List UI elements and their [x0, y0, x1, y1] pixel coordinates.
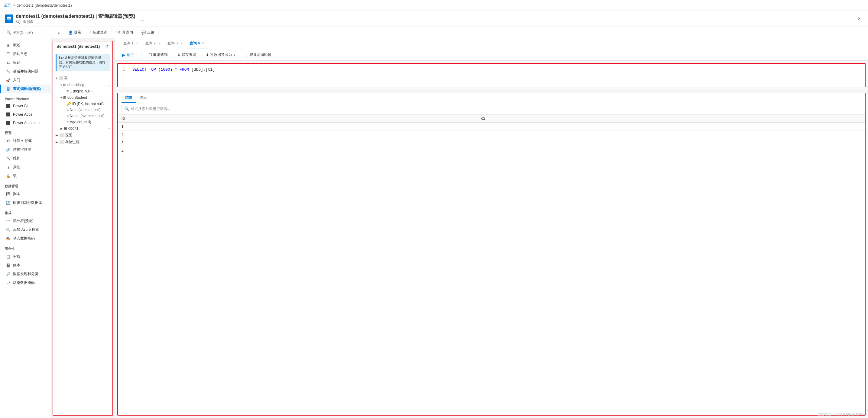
cell-id: 3: [118, 139, 477, 147]
sidebar-item-query-editor[interactable]: 🗄 查询编辑器(预览): [0, 85, 51, 93]
export-button[interactable]: ⬇ 将数据导出为 ∨: [204, 51, 238, 59]
tree-table-student[interactable]: ▾ ⊞ dbo.Student ···: [53, 94, 113, 101]
rocket-icon: 🚀: [6, 78, 10, 83]
sidebar-item-account[interactable]: 📓 账本: [0, 261, 51, 270]
sidebar-label-tags: 标记: [13, 60, 20, 65]
sidebar-item-compute[interactable]: ⚙ 计算 + 存储: [0, 136, 51, 145]
result-tab-results[interactable]: 结果: [122, 93, 136, 103]
query-tab-3[interactable]: 查询 3 ∨: [164, 38, 186, 49]
collapse-button[interactable]: «: [56, 29, 62, 36]
result-tab-messages[interactable]: 消息: [136, 93, 151, 103]
result-search-input[interactable]: [131, 107, 859, 111]
sidebar-item-power-automate[interactable]: ⬛ Power Automate: [0, 119, 51, 127]
breadcrumb: 主页 > demotest1 (demotesta/demotest1): [0, 0, 868, 11]
col-age-label: Age (int, null): [70, 120, 91, 124]
section-power-platform: Power Platform: [0, 93, 51, 102]
object-explorer-tree: ▾ ⬜ 表 ▾ ⊞ dbo.ctfbug ··· ≡ 1 (bigint, nu…: [53, 73, 113, 415]
query-tab-4-close[interactable]: ×: [202, 42, 204, 45]
sidebar-item-stream[interactable]: 〰 流分析(预览): [0, 217, 51, 225]
sidebar-item-diagnose[interactable]: 🔧 诊断并解决问题: [0, 67, 51, 76]
cancel-query-button[interactable]: ☐ 取消查询: [146, 51, 170, 59]
sidebar-item-audit[interactable]: 📋 审核: [0, 252, 51, 261]
powerautomate-icon: ⬛: [6, 121, 10, 125]
query-tab-2-close[interactable]: ∨: [158, 42, 160, 45]
resizer-horizontal[interactable]: [115, 90, 868, 92]
sidebar-item-activity-log[interactable]: ☰ 活动日志: [0, 50, 51, 58]
breadcrumb-home[interactable]: 主页: [4, 3, 11, 8]
sidebar-label-properties: 属性: [13, 165, 20, 170]
query-tab-1-close[interactable]: ∨: [136, 42, 138, 45]
qt-divider-1: [141, 52, 142, 58]
search-box[interactable]: 🔍: [4, 29, 46, 36]
table-icon-ctfbug: ⊞: [63, 83, 66, 87]
cell-c1: [477, 131, 865, 139]
sidebar-item-power-bi[interactable]: ⬛ Power BI: [0, 102, 51, 110]
refresh-icon[interactable]: ↺: [105, 44, 109, 49]
discovery-icon: 🔎: [6, 272, 10, 277]
audit-icon: 📋: [6, 254, 10, 259]
student-more-icon[interactable]: ···: [106, 95, 110, 100]
new-query-button[interactable]: + 新建查询: [88, 29, 109, 36]
tables-group-label: ▾ ⬜ 表: [56, 75, 68, 81]
open-query-button[interactable]: ↑ 打开查询: [114, 29, 135, 36]
table-icon-t1: ⊞: [64, 126, 67, 130]
sidebar-item-dynamic-data[interactable]: 🛡 动态数据掩码: [0, 279, 51, 287]
backup-icon: 💾: [6, 192, 10, 197]
feedback-button[interactable]: 💬 反馈: [140, 29, 156, 36]
run-button[interactable]: ▶ 运行: [120, 51, 136, 59]
editor-only-button[interactable]: ⊞ 仅显示编辑器: [243, 51, 274, 59]
views-icon: ⬜: [59, 133, 64, 137]
tree-col-num: ≡ Num (varchar, null): [53, 107, 113, 113]
cell-id: 2: [118, 131, 477, 139]
sidebar-item-properties[interactable]: ℹ 属性: [0, 163, 51, 171]
query-tab-4[interactable]: 查询 4 ×: [186, 38, 208, 49]
sidebar-item-overview[interactable]: ⊞ 概述: [0, 41, 51, 50]
azure-search-icon: 🔍: [6, 227, 10, 232]
login-button[interactable]: 👤 登录: [66, 29, 83, 36]
tree-group-tables[interactable]: ▾ ⬜ 表: [53, 74, 113, 82]
query-tab-3-close[interactable]: ∨: [180, 42, 182, 45]
wrench-icon: 🔧: [6, 69, 10, 74]
sidebar-item-data-discovery[interactable]: 🔎 数据发现和分类: [0, 270, 51, 279]
editor-only-label: 仅显示编辑器: [250, 52, 271, 57]
section-security: 安全性: [0, 243, 51, 252]
export-icon: ⬇: [206, 53, 209, 57]
open-query-label: ↑ 打开查询: [116, 30, 133, 35]
t1-more-icon[interactable]: ···: [106, 126, 110, 131]
sql-editor[interactable]: 1 SELECT TOP (1000) * FROM [dbo].[t1]: [117, 63, 866, 87]
sidebar-item-sync[interactable]: 🔄 同步到其他数据库: [0, 198, 51, 207]
sidebar-item-backup[interactable]: 💾 副本: [0, 190, 51, 198]
sidebar-item-intro[interactable]: 🚀 入门: [0, 76, 51, 85]
sql-content: SELECT TOP (1000) * FROM [dbo].[t1]: [132, 67, 215, 72]
close-button[interactable]: ×: [856, 15, 863, 23]
result-search-box[interactable]: 🔍: [122, 105, 861, 112]
tree-group-views[interactable]: ▶ ⬜ 视图: [53, 132, 113, 139]
info-icon: ℹ: [6, 165, 10, 170]
tree-group-procedures[interactable]: ▶ ⬜ 存储过程: [53, 139, 113, 146]
results-table: id c1 1234: [118, 115, 865, 415]
sidebar-label-power-apps: Power Apps: [13, 112, 32, 117]
tree-table-t1[interactable]: ▶ ⊞ dbo.t1 ···: [53, 125, 113, 132]
search-input[interactable]: [12, 31, 42, 35]
sidebar-item-connection[interactable]: 🔗 连接字符串: [0, 145, 51, 154]
save-query-button[interactable]: ⬇ 保存查询: [175, 51, 198, 59]
line-number: 1: [123, 67, 128, 72]
sidebar-item-maintenance[interactable]: 🔨 维护: [0, 154, 51, 163]
col-num-label: Num (varchar, null): [70, 108, 100, 112]
query-tab-1[interactable]: 查询 1 ∨: [120, 38, 142, 49]
header-more-button[interactable]: ...: [138, 15, 147, 23]
tree-table-ctfbug[interactable]: ▾ ⊞ dbo.ctfbug ···: [53, 82, 113, 88]
grid-icon: ⊞: [6, 43, 10, 48]
tree-col-id: 🔑 ID (PK, int, not null): [53, 101, 113, 107]
sidebar-item-azure-search[interactable]: 🔍 添加 Azure 搜索: [0, 225, 51, 234]
query-tab-2[interactable]: 查询 2 ∨: [142, 38, 164, 49]
ctfbug-more-icon[interactable]: ···: [106, 83, 110, 87]
sidebar-item-tags[interactable]: 🏷 标记: [0, 58, 51, 67]
stream-icon: 〰: [6, 219, 10, 224]
sidebar-item-lock[interactable]: 🔒 锁: [0, 171, 51, 180]
sidebar-item-power-apps[interactable]: ⬛ Power Apps: [0, 110, 51, 119]
sidebar-label-intro: 入门: [13, 77, 20, 83]
sidebar-item-dynamic-masking[interactable]: 🎭 动态数据掩码: [0, 234, 51, 243]
col-header-id: id: [118, 115, 477, 123]
object-explorer-header: demotest1 (demotest1) ↺: [53, 41, 113, 51]
